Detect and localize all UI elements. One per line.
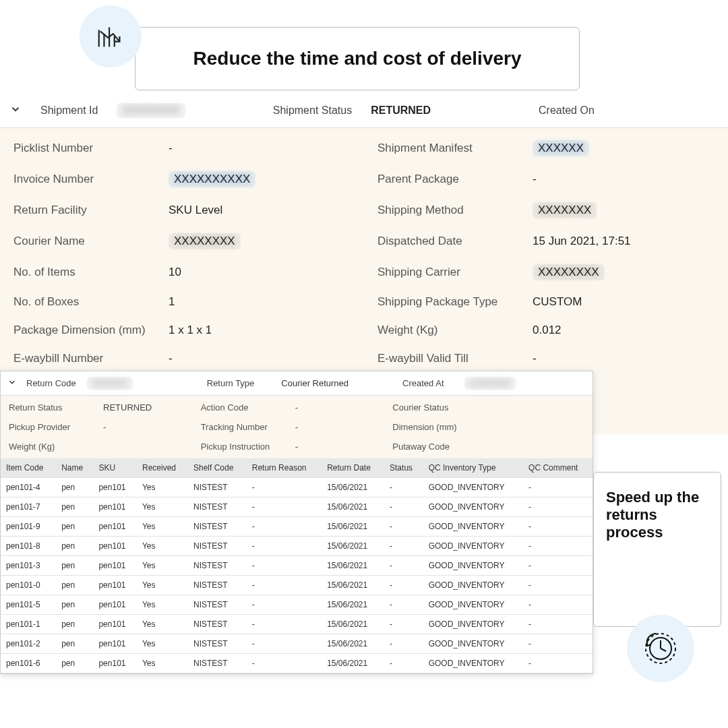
table-row[interactable]: pen101-5penpen101YesNISTEST-15/06/2021-G… bbox=[1, 595, 593, 615]
table-cell: pen bbox=[56, 654, 93, 673]
table-cell: 15/06/2021 bbox=[322, 595, 384, 615]
table-cell: Yes bbox=[137, 478, 188, 497]
table-cell: pen101-1 bbox=[1, 615, 56, 634]
detail-value: SKU Level bbox=[169, 204, 222, 217]
detail-label: Shipping Method bbox=[377, 204, 533, 217]
headline-box: Reduce the time and cost of delivery bbox=[135, 27, 580, 90]
table-cell: NISTEST bbox=[188, 556, 247, 576]
table-row[interactable]: pen101-3penpen101YesNISTEST-15/06/2021-G… bbox=[1, 556, 593, 576]
return-body-row: Putaway Code bbox=[392, 442, 584, 452]
table-cell: - bbox=[523, 654, 593, 673]
detail-value: 0.012 bbox=[533, 324, 562, 337]
return-body-value: - bbox=[295, 422, 298, 432]
table-cell: pen101 bbox=[93, 556, 137, 576]
table-cell: Yes bbox=[137, 497, 188, 517]
table-cell: GOOD_INVENTORY bbox=[423, 576, 523, 595]
detail-value: 10 bbox=[169, 266, 181, 279]
detail-value: XXXXXXXX bbox=[169, 233, 241, 249]
detail-value: XXXXXXX bbox=[533, 202, 597, 218]
table-cell: pen101 bbox=[93, 634, 137, 654]
table-cell: GOOD_INVENTORY bbox=[423, 595, 523, 615]
detail-label: Weight (Kg) bbox=[377, 324, 533, 337]
detail-label: No. of Items bbox=[13, 266, 169, 279]
table-cell: Yes bbox=[137, 634, 188, 654]
table-cell: pen101-4 bbox=[1, 478, 56, 497]
table-cell: NISTEST bbox=[188, 595, 247, 615]
table-cell: NISTEST bbox=[188, 634, 247, 654]
table-row[interactable]: pen101-0penpen101YesNISTEST-15/06/2021-G… bbox=[1, 576, 593, 595]
table-row[interactable]: pen101-8penpen101YesNISTEST-15/06/2021-G… bbox=[1, 537, 593, 556]
return-body-row: Pickup Provider- bbox=[9, 422, 201, 432]
table-cell: GOOD_INVENTORY bbox=[423, 478, 523, 497]
return-body-value: RETURNED bbox=[103, 402, 152, 413]
items-table: Item CodeNameSKUReceivedShelf CodeReturn… bbox=[1, 458, 593, 673]
table-cell: - bbox=[247, 634, 322, 654]
table-row[interactable]: pen101-1penpen101YesNISTEST-15/06/2021-G… bbox=[1, 615, 593, 634]
table-header-cell: Return Reason bbox=[247, 458, 322, 478]
table-header-cell: Return Date bbox=[322, 458, 384, 478]
detail-label: Shipping Carrier bbox=[377, 266, 533, 279]
table-cell: 15/06/2021 bbox=[322, 576, 384, 595]
table-header-cell: Received bbox=[137, 458, 188, 478]
return-body-label: Action Code bbox=[201, 402, 295, 413]
return-body-value: - bbox=[295, 442, 298, 452]
table-cell: 15/06/2021 bbox=[322, 654, 384, 673]
table-cell: pen101 bbox=[93, 654, 137, 673]
return-body-row: Dimension (mm) bbox=[392, 422, 584, 432]
return-body-label: Courier Status bbox=[392, 402, 487, 413]
table-header-cell: QC Inventory Type bbox=[423, 458, 523, 478]
table-cell: - bbox=[523, 478, 593, 497]
return-type-value: Courier Returned bbox=[281, 378, 348, 388]
detail-value: 1 bbox=[169, 295, 175, 309]
table-cell: GOOD_INVENTORY bbox=[423, 517, 523, 537]
table-cell: GOOD_INVENTORY bbox=[423, 654, 523, 673]
table-cell: Yes bbox=[137, 556, 188, 576]
return-body-row: Weight (Kg) bbox=[9, 442, 201, 452]
return-body-label: Return Status bbox=[9, 402, 103, 413]
detail-label: Shipping Package Type bbox=[377, 295, 533, 309]
table-row[interactable]: pen101-2penpen101YesNISTEST-15/06/2021-G… bbox=[1, 634, 593, 654]
detail-row: Dispatched Date15 Jun 2021, 17:51 bbox=[377, 233, 715, 249]
table-header-row: Item CodeNameSKUReceivedShelf CodeReturn… bbox=[1, 458, 593, 478]
table-cell: pen bbox=[56, 517, 93, 537]
table-cell: GOOD_INVENTORY bbox=[423, 556, 523, 576]
table-cell: pen101 bbox=[93, 497, 137, 517]
table-cell: - bbox=[247, 537, 322, 556]
table-cell: pen101 bbox=[93, 537, 137, 556]
table-cell: pen101 bbox=[93, 595, 137, 615]
table-row[interactable]: pen101-6penpen101YesNISTEST-15/06/2021-G… bbox=[1, 654, 593, 673]
table-cell: pen101-2 bbox=[1, 634, 56, 654]
detail-row: Weight (Kg)0.012 bbox=[377, 324, 715, 337]
detail-value: - bbox=[533, 173, 537, 186]
table-cell: - bbox=[384, 595, 423, 615]
detail-value: XXXXXX bbox=[533, 140, 589, 156]
table-cell: 15/06/2021 bbox=[322, 615, 384, 634]
detail-value: XXXXXXXX bbox=[533, 264, 605, 280]
shipment-header: Shipment Id XXXXXXXX Shipment Status RET… bbox=[0, 93, 728, 128]
return-body-label: Pickup Instruction bbox=[201, 442, 295, 452]
table-cell: - bbox=[247, 517, 322, 537]
table-row[interactable]: pen101-7penpen101YesNISTEST-15/06/2021-G… bbox=[1, 497, 593, 517]
table-cell: GOOD_INVENTORY bbox=[423, 537, 523, 556]
detail-row: Shipping CarrierXXXXXXXX bbox=[377, 264, 715, 280]
table-cell: - bbox=[523, 556, 593, 576]
table-cell: pen bbox=[56, 478, 93, 497]
shipment-id-label: Shipment Id bbox=[40, 104, 98, 117]
table-cell: pen101-7 bbox=[1, 497, 56, 517]
table-cell: - bbox=[384, 478, 423, 497]
detail-row: No. of Boxes1 bbox=[13, 295, 351, 309]
table-cell: - bbox=[523, 497, 593, 517]
detail-row: Invoice NumberXXXXXXXXXX bbox=[13, 171, 351, 187]
table-cell: NISTEST bbox=[188, 654, 247, 673]
table-row[interactable]: pen101-9penpen101YesNISTEST-15/06/2021-G… bbox=[1, 517, 593, 537]
table-row[interactable]: pen101-4penpen101YesNISTEST-15/06/2021-G… bbox=[1, 478, 593, 497]
table-header-cell: Name bbox=[56, 458, 93, 478]
chevron-down-icon[interactable] bbox=[7, 377, 17, 389]
table-cell: - bbox=[523, 537, 593, 556]
table-cell: pen bbox=[56, 634, 93, 654]
table-cell: pen bbox=[56, 595, 93, 615]
chevron-down-icon[interactable] bbox=[9, 103, 22, 118]
detail-value: CUSTOM bbox=[533, 295, 582, 309]
table-cell: - bbox=[384, 497, 423, 517]
created-on-label: Created On bbox=[539, 104, 595, 117]
